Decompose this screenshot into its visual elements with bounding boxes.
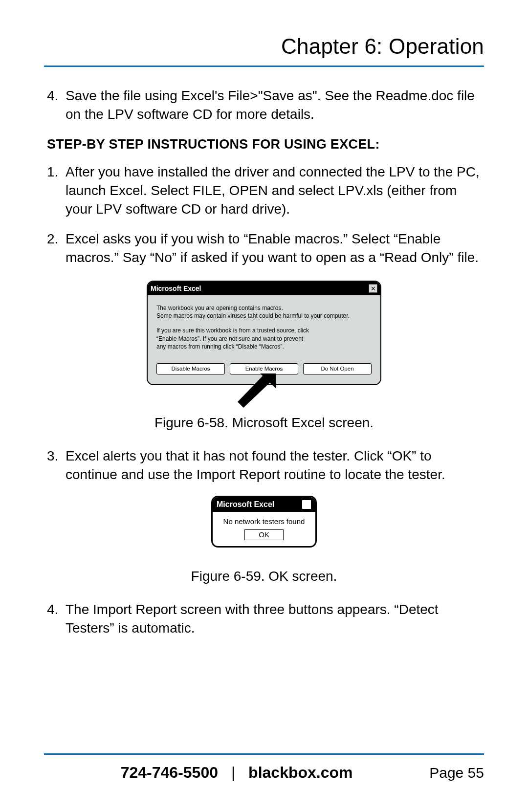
footer-separator: | bbox=[231, 764, 235, 781]
list-number: 3. bbox=[47, 447, 66, 484]
step-3: 3. Excel alerts you that it has not foun… bbox=[47, 447, 481, 484]
excel-ok-dialog: Microsoft Excel ✕ No network testers fou… bbox=[211, 496, 317, 548]
body-content: 4. Save the file using Excel's File>"Sav… bbox=[44, 87, 484, 637]
dialog-message: No network testers found bbox=[217, 517, 311, 527]
list-text: Excel alerts you that it has not found t… bbox=[66, 447, 481, 484]
list-text: After you have installed the driver and … bbox=[66, 163, 481, 218]
intro-item-4: 4. Save the file using Excel's File>"Sav… bbox=[47, 87, 481, 124]
footer-rule bbox=[44, 753, 484, 755]
enable-macros-button[interactable]: Enable Macros bbox=[230, 363, 298, 375]
page-footer: 724-746-5500 | blackbox.com Page 55 bbox=[44, 753, 484, 782]
close-icon[interactable]: ✕ bbox=[302, 500, 311, 509]
footer-contact: 724-746-5500 | blackbox.com bbox=[44, 764, 429, 782]
dialog-paragraph-2: If you are sure this workbook is from a … bbox=[156, 327, 372, 351]
close-icon[interactable]: ✕ bbox=[369, 284, 377, 293]
dialog-body: The workbook you are opening contains ma… bbox=[148, 295, 380, 384]
dialog-titlebar: Microsoft Excel ✕ bbox=[148, 282, 380, 295]
header-rule bbox=[44, 66, 484, 67]
step-1: 1. After you have installed the driver a… bbox=[47, 163, 481, 218]
dialog-title: Microsoft Excel bbox=[151, 284, 369, 293]
dialog-line: any macros from running click “Disable “… bbox=[156, 343, 372, 351]
list-number: 2. bbox=[47, 230, 66, 267]
footer-site: blackbox.com bbox=[248, 764, 352, 781]
step-4: 4. The Import Report screen with three b… bbox=[47, 600, 481, 637]
dialog-title: Microsoft Excel bbox=[217, 499, 302, 510]
dialog-line: Some macros may contain viruses taht cou… bbox=[156, 312, 372, 320]
figure-caption-2: Figure 6-59. OK screen. bbox=[191, 567, 337, 586]
do-not-open-button[interactable]: Do Not Open bbox=[303, 363, 372, 375]
dialog-line: The workbook you are opening contains ma… bbox=[156, 304, 372, 312]
dialog-paragraph-1: The workbook you are opening contains ma… bbox=[156, 304, 372, 320]
list-text: Excel asks you if you wish to “Enable ma… bbox=[66, 230, 481, 267]
footer-phone: 724-746-5500 bbox=[121, 764, 218, 781]
list-text: The Import Report screen with three butt… bbox=[66, 600, 481, 637]
dialog-line: “Enable Macros”. If you are not sure and… bbox=[156, 335, 372, 343]
ok-button[interactable]: OK bbox=[244, 529, 284, 540]
list-number: 4. bbox=[47, 600, 66, 637]
dialog-line: If you are sure this workbook is from a … bbox=[156, 327, 372, 334]
disable-macros-button[interactable]: Disable Macros bbox=[156, 363, 225, 375]
excel-macros-dialog: Microsoft Excel ✕ The workbook you are o… bbox=[147, 281, 381, 385]
list-number: 1. bbox=[47, 163, 66, 218]
dialog-button-row: Disable Macros Enable Macros Do Not Open bbox=[156, 363, 372, 375]
dialog-titlebar: Microsoft Excel ✕ bbox=[213, 497, 315, 512]
dialog-body: No network testers found OK bbox=[213, 512, 315, 547]
chapter-title: Chapter 6: Operation bbox=[44, 34, 484, 59]
page-number: Page 55 bbox=[429, 765, 484, 781]
list-text: Save the file using Excel's File>"Save a… bbox=[66, 87, 481, 124]
step-2: 2. Excel asks you if you wish to “Enable… bbox=[47, 230, 481, 267]
step-heading: STEP-BY STEP INSTRUCTIONS FOR USING EXCE… bbox=[47, 135, 481, 153]
list-number: 4. bbox=[47, 87, 66, 124]
figure-caption-1: Figure 6-58. Microsoft Excel screen. bbox=[154, 414, 374, 432]
figure-6-58: Microsoft Excel ✕ The workbook you are o… bbox=[47, 281, 481, 432]
figure-6-59: Microsoft Excel ✕ No network testers fou… bbox=[47, 496, 481, 586]
arrow-icon bbox=[231, 373, 280, 408]
